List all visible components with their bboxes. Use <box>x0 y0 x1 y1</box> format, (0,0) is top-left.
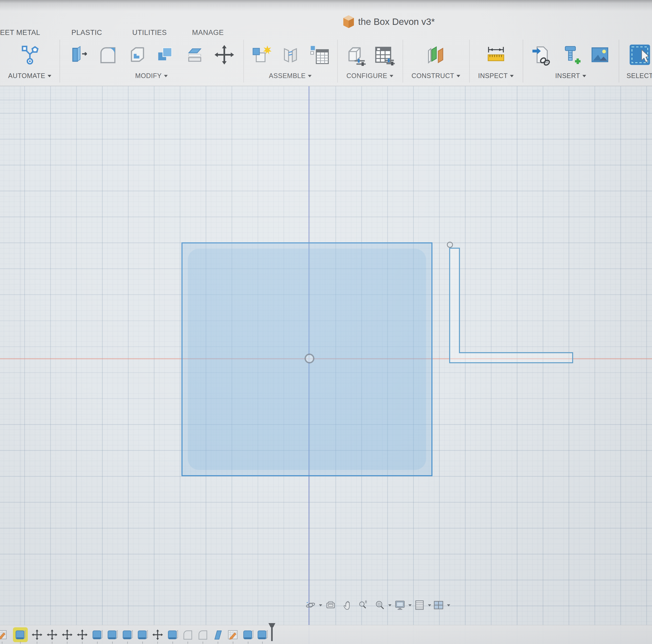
insert-fastener-icon[interactable] <box>560 44 582 66</box>
origin-marker[interactable] <box>305 354 314 363</box>
move-feature-icon[interactable] <box>61 628 74 641</box>
toolbar-group-modify: MODIFY <box>59 39 243 84</box>
timeline-tick <box>52 642 52 644</box>
chevron-down-icon[interactable] <box>447 604 450 607</box>
shell-icon[interactable] <box>126 44 148 66</box>
insert-derive-icon[interactable] <box>531 44 553 66</box>
chevron-down-icon[interactable] <box>319 604 322 607</box>
toolbar-separator <box>59 40 60 83</box>
tab-plastic[interactable]: PLASTIC <box>72 29 102 37</box>
inspect-menu[interactable]: INSPECT <box>469 72 523 80</box>
box-feature-icon[interactable] <box>166 628 179 641</box>
toolbar-group-configure: CONFIGURE <box>337 39 403 84</box>
document-title: the Box Devon v3* <box>343 15 435 29</box>
construct-menu[interactable]: CONSTRUCT <box>403 72 469 80</box>
orbit-icon[interactable] <box>304 599 317 611</box>
draft-feature-icon[interactable] <box>212 628 224 641</box>
toolbar-separator <box>243 40 244 83</box>
sketch-endpoint[interactable] <box>447 242 453 247</box>
timeline-tick <box>82 642 83 644</box>
move-feature-icon[interactable] <box>46 628 58 641</box>
box-feature-icon[interactable] <box>256 628 269 641</box>
sketch-feature-icon[interactable] <box>227 628 239 641</box>
view-navbar <box>0 598 652 613</box>
measure-icon[interactable] <box>485 44 507 66</box>
sketch-feature-icon[interactable] <box>0 628 8 641</box>
chevron-down-icon <box>582 75 586 77</box>
chevron-down-icon <box>510 75 514 77</box>
move-copy-icon[interactable] <box>213 44 236 66</box>
chevron-down-icon[interactable] <box>388 604 391 607</box>
joint-icon[interactable] <box>279 44 302 66</box>
chevron-down-icon[interactable] <box>428 604 431 607</box>
new-component-icon[interactable] <box>250 44 272 66</box>
toolbar-separator <box>523 40 523 83</box>
toolbar-group-assemble: ASSEMBLE <box>243 39 337 84</box>
bom-table-icon[interactable] <box>308 44 331 66</box>
timeline-tick <box>37 642 37 644</box>
select-tool-icon[interactable] <box>629 44 651 66</box>
timeline-tick <box>97 642 98 644</box>
combine-icon[interactable] <box>155 44 177 66</box>
viewports-icon[interactable] <box>432 599 445 611</box>
move-feature-icon[interactable] <box>76 628 89 641</box>
chevron-down-icon[interactable] <box>408 604 412 607</box>
document-icon <box>343 15 354 29</box>
display-settings-icon[interactable] <box>394 599 406 611</box>
fusion360-window: EET METAL PLASTIC UTILITIES MANAGE the B… <box>0 0 652 644</box>
toolbar-group-inspect: INSPECT <box>469 39 523 84</box>
box-feature-icon[interactable] <box>14 628 27 641</box>
grid-snaps-icon[interactable] <box>413 599 426 611</box>
sketch-overlay <box>0 86 652 644</box>
move-feature-icon[interactable] <box>31 628 44 641</box>
timeline-tick <box>172 642 173 644</box>
press-pull-icon[interactable] <box>68 44 90 66</box>
automate-icon[interactable] <box>19 44 41 66</box>
box-feature-icon[interactable] <box>242 628 254 641</box>
select-menu[interactable]: SELECT <box>619 72 652 80</box>
tab-sheet-metal[interactable]: EET METAL <box>0 29 40 37</box>
box-feature-icon[interactable] <box>106 628 119 641</box>
box-feature-icon[interactable] <box>91 628 104 641</box>
zoom-icon[interactable] <box>357 599 369 611</box>
construction-plane-icon[interactable] <box>425 44 447 66</box>
modify-menu[interactable]: MODIFY <box>59 72 243 80</box>
fillet-feature-icon[interactable] <box>182 628 194 641</box>
chevron-down-icon <box>48 75 51 77</box>
toolbar-group-automate: AUTOMATE <box>0 39 59 84</box>
toolbar-group-construct: CONSTRUCT <box>403 39 469 84</box>
assemble-menu[interactable]: ASSEMBLE <box>243 72 337 80</box>
fillet-icon[interactable] <box>97 44 119 66</box>
automate-menu[interactable]: AUTOMATE <box>0 72 59 80</box>
chevron-down-icon <box>457 75 460 77</box>
box-feature-icon[interactable] <box>121 628 134 641</box>
timeline-tick <box>127 642 128 644</box>
l-shaped-sketch-profile[interactable] <box>450 248 573 363</box>
fit-icon[interactable] <box>374 599 386 611</box>
look-at-icon[interactable] <box>325 599 337 611</box>
tab-utilities[interactable]: UTILITIES <box>132 29 167 37</box>
insert-menu[interactable]: INSERT <box>523 72 619 80</box>
timeline-tick <box>2 642 2 644</box>
fillet-feature-icon[interactable] <box>196 628 209 641</box>
timeline-tick <box>202 642 203 644</box>
configure-menu[interactable]: CONFIGURE <box>337 72 403 80</box>
toolbar-separator <box>337 40 338 83</box>
box-feature-icon[interactable] <box>136 628 149 641</box>
move-feature-icon[interactable] <box>151 628 164 641</box>
insert-canvas-icon[interactable] <box>589 44 611 66</box>
split-body-icon[interactable] <box>184 44 206 66</box>
chevron-down-icon <box>164 75 168 77</box>
sketch-canvas[interactable] <box>0 86 652 644</box>
timeline-tick <box>233 642 233 644</box>
configuration-table-icon[interactable] <box>374 44 396 66</box>
configuration-icon[interactable] <box>344 44 366 66</box>
timeline-playhead-handle[interactable] <box>269 623 275 627</box>
toolbar-separator <box>469 40 470 83</box>
toolbar-group-insert: INSERT <box>523 39 619 84</box>
pan-icon[interactable] <box>342 599 354 611</box>
document-title-text: the Box Devon v3* <box>358 17 435 27</box>
tab-manage[interactable]: MANAGE <box>192 29 224 37</box>
timeline-tick <box>142 642 143 644</box>
toolbar-group-select: SELECT <box>619 39 652 84</box>
